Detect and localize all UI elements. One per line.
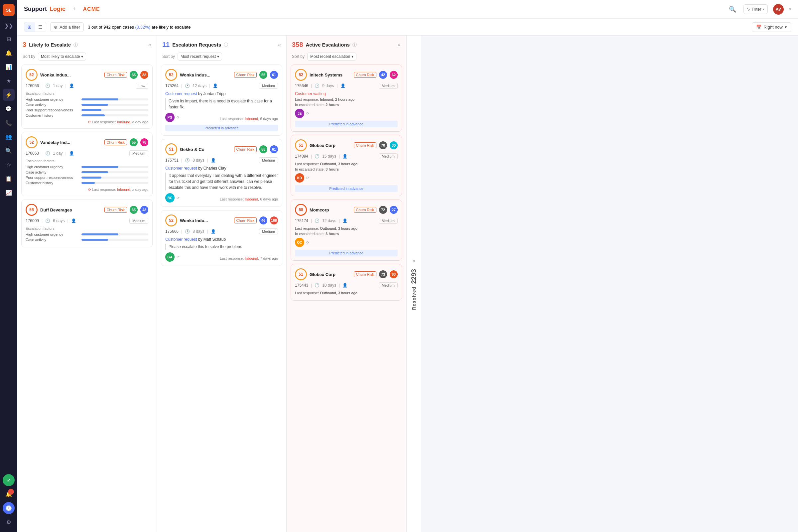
avatar-dropdown[interactable]: ▾	[789, 7, 791, 12]
priority-badge: Medium	[259, 157, 278, 163]
right-now-label: Right now	[763, 25, 783, 30]
active-card-globex1[interactable]: 51 Globex Corp Churn Risk 70 30 174894 |…	[291, 135, 402, 196]
esc-card-wonka2[interactable]: 52 Wonka Indu... Churn Risk 46 100 17566…	[161, 210, 282, 266]
active-info-icon[interactable]: ⓘ	[353, 42, 357, 48]
sidebar-item-users[interactable]: 👥	[3, 131, 15, 142]
factor-bar-bg	[81, 98, 148, 100]
badge-35: 35	[130, 71, 138, 79]
factor-name: Customer history	[25, 181, 79, 185]
search-icon[interactable]: 🔍	[727, 4, 738, 15]
card-meta: 176063 | 🕐 1 day | 👤 Medium	[25, 150, 148, 156]
sidebar-item-chat[interactable]: 💬	[3, 103, 15, 115]
column-resolved[interactable]: » 2293 Resolved	[406, 36, 421, 532]
factor-bar-bg	[81, 233, 148, 235]
active-card-globex2[interactable]: 51 Globex Corp Churn Risk 73 63 175443 |…	[291, 264, 402, 301]
case-id: 176009	[25, 218, 39, 223]
company-name: Globex Corp	[309, 143, 351, 148]
sidebar-item-favorites[interactable]: ☆	[3, 158, 15, 171]
sidebar-check-icon[interactable]: ✓	[3, 474, 15, 486]
person-icon: 👤	[342, 218, 347, 223]
clock-icon: 🕐	[185, 229, 190, 234]
sidebar-item-escalation[interactable]: ⚡	[3, 89, 15, 101]
escalation-info-icon[interactable]: ⓘ	[224, 42, 228, 48]
factor-row: Poor support responsiveness	[25, 108, 148, 112]
expand-resolved-icon[interactable]: »	[412, 258, 415, 264]
filter-button[interactable]: ▽ Filter ›	[743, 4, 768, 14]
sidebar-item-home[interactable]: ⊞	[3, 33, 15, 45]
escalation-collapse-icon[interactable]: «	[278, 42, 281, 48]
avatar-icon: ⟳	[306, 111, 309, 116]
esc-card-gekko[interactable]: 51 Gekko & Co Churn Risk 55 61 175751 | …	[161, 139, 282, 207]
sidebar-item-list[interactable]: 📋	[3, 173, 15, 185]
brand-plus: +	[73, 6, 76, 13]
person-icon: 👤	[211, 158, 216, 163]
avatar-icon: ⟳	[306, 176, 309, 180]
assignee-avatar: KD	[295, 173, 304, 183]
sidebar-expand-icon[interactable]: ❯❯	[2, 21, 15, 31]
badge-46: 46	[259, 216, 267, 225]
sidebar-settings-icon[interactable]: ⚙	[3, 516, 15, 528]
list-view-button[interactable]: ☰	[35, 22, 46, 32]
card-meta: 175264 | 🕐 12 days | 👤 Medium	[165, 83, 278, 89]
case-id: 175666	[165, 229, 178, 234]
case-id: 175264	[165, 83, 178, 88]
brand-support: Support	[24, 6, 47, 13]
factor-row: Customer history	[25, 113, 148, 117]
sidebar-item-search[interactable]: 🔍	[3, 145, 15, 157]
sidebar-item-star[interactable]: ★	[3, 75, 15, 87]
sidebar-notify-icon[interactable]: 🔔	[3, 488, 15, 500]
likely-collapse-icon[interactable]: «	[148, 42, 151, 48]
sort-select-likely[interactable]: Most likely to escalate ▾	[38, 53, 86, 60]
sidebar-item-chart[interactable]: 📈	[3, 187, 15, 198]
factors-label: Escalation factors	[25, 226, 148, 230]
factor-name: Customer history	[25, 113, 79, 117]
avatar-icon: ⟳	[176, 255, 179, 259]
sort-select-esc[interactable]: Most recent request ▾	[177, 53, 222, 60]
user-avatar[interactable]: AV	[773, 4, 784, 15]
score-ring: 52	[165, 214, 177, 226]
clock-icon: 🕐	[315, 154, 320, 158]
likely-card-duff[interactable]: 55 Duff Beverages Churn Risk 35 48 17600…	[21, 200, 153, 247]
assignee-avatar: JE	[295, 109, 304, 118]
escalation-factors: Escalation factors High customer urgency…	[25, 226, 148, 242]
active-card-momcorp[interactable]: 58 Momcorp Churn Risk 72 27 175174 | 🕐 1…	[291, 200, 402, 261]
factor-name: Poor support responsiveness	[25, 108, 79, 112]
badge-42: 42	[379, 71, 387, 79]
factor-bar	[81, 239, 108, 241]
factor-bar-bg	[81, 171, 148, 173]
badge-55: 55	[259, 145, 267, 153]
esc-card-wonka1[interactable]: 52 Wonka Indus... Churn Risk 55 61 17526…	[161, 64, 282, 136]
likely-card-vandelay[interactable]: 52 Vandelay Ind... Churn Risk 55 78 1760…	[21, 132, 153, 196]
sidebar-item-analytics[interactable]: 📊	[3, 61, 15, 73]
spinner: ⟳	[88, 120, 91, 125]
sidebar-logo: SL	[3, 4, 15, 16]
person-icon: 👤	[69, 151, 74, 156]
sidebar-item-bell[interactable]: 🔔	[3, 47, 15, 59]
card-top: 51 Gekko & Co Churn Risk 55 61	[165, 143, 278, 155]
likely-card-wonka[interactable]: 52 Wonka Indus... Churn Risk 35 88 17605…	[21, 64, 153, 129]
likely-info-icon[interactable]: ⓘ	[74, 42, 78, 48]
resolved-count: 2293	[410, 269, 418, 284]
add-filter-button[interactable]: ⊕ Add a filter	[50, 22, 84, 32]
churn-badge: Churn Risk	[354, 207, 376, 213]
quote-text: Please escalate this to solve the proble…	[165, 244, 278, 250]
right-now-button[interactable]: 📅 Right now ▾	[752, 22, 791, 32]
factor-bar-bg	[81, 109, 148, 111]
badge-55: 55	[259, 71, 267, 79]
factor-bar-bg	[81, 166, 148, 168]
grid-view-button[interactable]: ⊞	[24, 22, 35, 32]
quote-text: Given its impact, there is a need to esc…	[165, 98, 278, 110]
active-card-initech[interactable]: 52 Initech Systems Churn Risk 42 62 1756…	[291, 64, 402, 132]
sort-chevron: ▾	[217, 54, 219, 59]
predicted-banner: Predicted in advance	[295, 250, 398, 256]
active-collapse-icon[interactable]: «	[398, 42, 401, 48]
sidebar-clock-icon[interactable]: 🕐	[3, 502, 15, 514]
badge-73: 73	[379, 270, 387, 278]
card-top: 52 Wonka Indu... Churn Risk 46 100	[165, 214, 278, 226]
request-label: Customer request by Matt Schaub	[165, 237, 278, 242]
sort-chevron: ▾	[81, 54, 83, 59]
churn-badge: Churn Risk	[354, 142, 376, 148]
sort-select-active[interactable]: Most recent escalation ▾	[307, 53, 357, 60]
sidebar-item-phone[interactable]: 📞	[3, 117, 15, 129]
sort-label-esc: Sort by	[162, 54, 175, 59]
